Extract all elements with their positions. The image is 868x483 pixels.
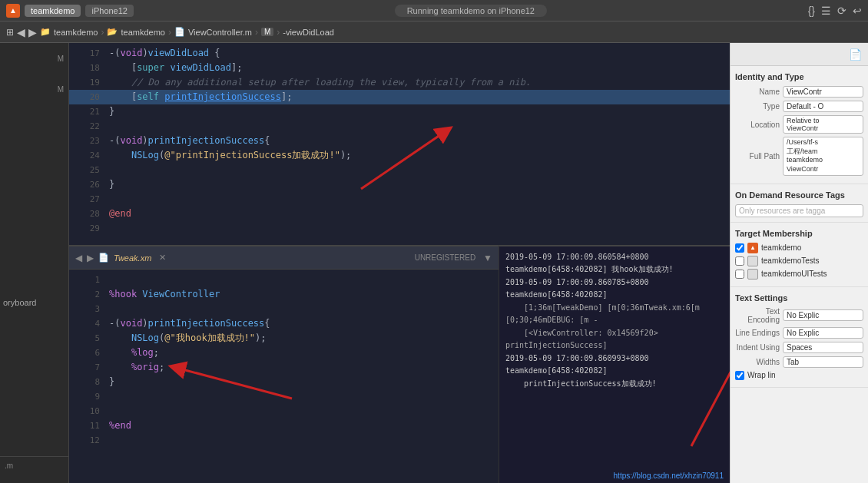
breadcrumb-viewcontroller[interactable]: ViewController.m [188,28,252,37]
target-teamkdemoTests: teamkdemoTests [735,256,863,266]
indent-using-label: Indent Using [735,343,780,352]
nav-back-icon[interactable]: ◀ [17,26,25,38]
tweak-line-10: 10 [69,404,499,418]
code-line-20: 20 [self printInjectionSuccess]; [69,90,730,104]
text-encoding-value[interactable]: No Explic [783,309,863,321]
indent-using-row: Indent Using Spaces [735,342,863,353]
breadcrumb-vc-icon: 📄 [174,27,185,37]
on-demand-title: On Demand Resource Tags [735,190,863,200]
code-line-23: 23 -(void)printInjectionSuccess{ [69,134,730,148]
storyboard-label: oryboard [3,298,36,307]
tab-teamkdemo-label: teamkdemo [31,6,75,15]
tweak-header: ◀ ▶ 📄 Tweak.xm ✕ UNREGISTERED ▼ [69,246,499,270]
breadcrumb-teamkdemo2-icon: 📂 [107,27,118,37]
tweak-file-icon: 📄 [98,253,109,263]
identity-type-section: Identity and Type Name ViewContr Type De… [731,66,868,184]
top-bar: ▲ teamkdemo iPhone12 Running teamkdemo o… [0,0,868,22]
tweak-close-btn[interactable]: ✕ [159,253,166,263]
text-encoding-label: Text Encoding [735,307,780,324]
sidebar-toggle-icon[interactable]: ⊞ [6,27,14,38]
breadcrumb-sep1: › [101,27,104,38]
tweak-line-11: 11 %end [69,418,499,433]
breadcrumb-sep4: › [277,27,280,38]
fullpath-field-row: Full Path /Users/tf-s工程/teamteamkdemoVie… [735,137,863,176]
fullpath-label: Full Path [735,152,780,160]
tab-iphone12-label: iPhone12 [91,6,128,15]
location-field-row: Location Relative toViewContr [735,115,863,134]
tweak-line-5: 5 NSLog(@"我hook加载成功!"); [69,331,499,346]
code-line-17: 17 -(void)viewDidLoad { [69,46,730,61]
app-icon: ▲ [6,4,20,18]
breadcrumb-teamkdemo2[interactable]: teamkdemo [121,28,164,37]
code-line-28: 28 @end [69,207,730,221]
tab-teamkdemo[interactable]: teamkdemo [25,5,81,17]
location-label: Location [735,121,780,129]
tweak-line-2: 2 %hook ViewController [69,287,499,302]
fullpath-value[interactable]: /Users/tf-s工程/teamteamkdemoViewContr [783,137,863,176]
sidebar: M M oryboard .m [0,43,69,483]
type-field-row: Type Default - O [735,101,863,112]
breadcrumb-teamkdemo[interactable]: teamkdemo [54,28,98,37]
breadcrumb-teamkdemo-icon: 📁 [40,27,51,37]
editor-area[interactable]: 17 -(void)viewDidLoad { 18 [super viewDi… [69,43,730,483]
top-bar-center: Running teamkdemo on iPhone12 [140,5,802,17]
on-demand-section: On Demand Resource Tags Only resources a… [731,184,868,223]
target-teamkdemoTests-checkbox[interactable] [735,256,744,266]
code-line-27: 27 [69,192,730,207]
m-badge-1: M [58,55,64,63]
widths-label: Widths [735,358,780,366]
tags-input[interactable]: Only resources are tagga [735,204,863,217]
target-teamkdemoUITests: teamkdemoUITests [735,269,863,280]
tweak-unregistered-label: UNREGISTERED [415,253,475,262]
tweak-nav-right[interactable]: ▶ [87,253,94,263]
sidebar-bottom: .m [0,456,68,474]
console-content: 2019-05-09 17:00:09.860584+0800 teamkdem… [499,246,730,395]
code-line-18: 18 [super viewDidLoad]; [69,61,730,75]
m-badge-2: M [58,85,64,94]
right-panel: 📄 Identity and Type Name ViewContr Type … [730,43,868,483]
breadcrumb-viewdidload[interactable]: -viewDidLoad [283,28,334,37]
location-value[interactable]: Relative toViewContr [783,115,863,134]
code-line-29: 29 [69,221,730,236]
line-endings-value[interactable]: No Explic [783,327,863,339]
tweak-line-12: 12 [69,433,499,448]
code-line-26: 26 } [69,177,730,192]
line-endings-row: Line Endings No Explic [735,327,863,339]
name-value[interactable]: ViewContr [783,86,863,98]
console-line-4: [<ViewController: 0x14569f20> printInjec… [505,327,724,352]
breadcrumb-sep2: › [168,27,171,38]
identity-type-title: Identity and Type [735,72,863,81]
tweak-editor[interactable]: ◀ ▶ 📄 Tweak.xm ✕ UNREGISTERED ▼ 1 2 %ho [69,245,499,483]
target-membership-title: Target Membership [735,229,863,238]
wrap-label: Wrap lin [747,371,776,379]
line-endings-label: Line Endings [735,329,780,337]
console-line-1: 2019-05-09 17:00:09.860584+0800 teamkdem… [505,251,724,276]
name-label: Name [735,88,780,96]
text-encoding-row: Text Encoding No Explic [735,307,863,324]
tweak-line-3: 3 [69,302,499,316]
wrap-checkbox[interactable] [735,371,744,380]
breadcrumb-sep3: › [255,27,258,38]
nav-fwd-icon[interactable]: ▶ [28,26,37,38]
file-inspector-icon[interactable]: 📄 [849,48,862,61]
target-teamkdemo-checkbox[interactable] [735,243,744,253]
tweak-dropdown-btn[interactable]: ▼ [483,253,492,263]
type-value[interactable]: Default - O [783,101,863,112]
target-teamkdemoTests-label: teamkdemoTests [761,256,820,265]
list-icon[interactable]: ☰ [821,5,831,17]
code-content: 17 -(void)viewDidLoad { 18 [super viewDi… [69,43,730,239]
console-area: 2019-05-09 17:00:09.860584+0800 teamkdem… [499,245,730,483]
text-settings-section: Text Settings Text Encoding No Explic Li… [731,287,868,388]
tab-iphone12[interactable]: iPhone12 [85,5,134,17]
refresh-icon[interactable]: ⟳ [837,5,846,17]
target-teamkdemoUITests-checkbox[interactable] [735,270,744,279]
tweak-line-4: 4 -(void)printInjectionSuccess{ [69,316,499,331]
target-teamkdemo: ▲ teamkdemo [735,243,863,253]
code-line-19: 19 // Do any additional setup after load… [69,75,730,90]
indent-using-value[interactable]: Spaces [783,342,863,353]
widths-value[interactable]: Tab [783,356,863,368]
console-line-6: printInjectionSuccess加载成功! [505,378,724,390]
arrow-icon[interactable]: ↩ [853,5,862,17]
braces-icon[interactable]: {} [808,5,815,17]
tweak-nav-left[interactable]: ◀ [75,253,82,263]
